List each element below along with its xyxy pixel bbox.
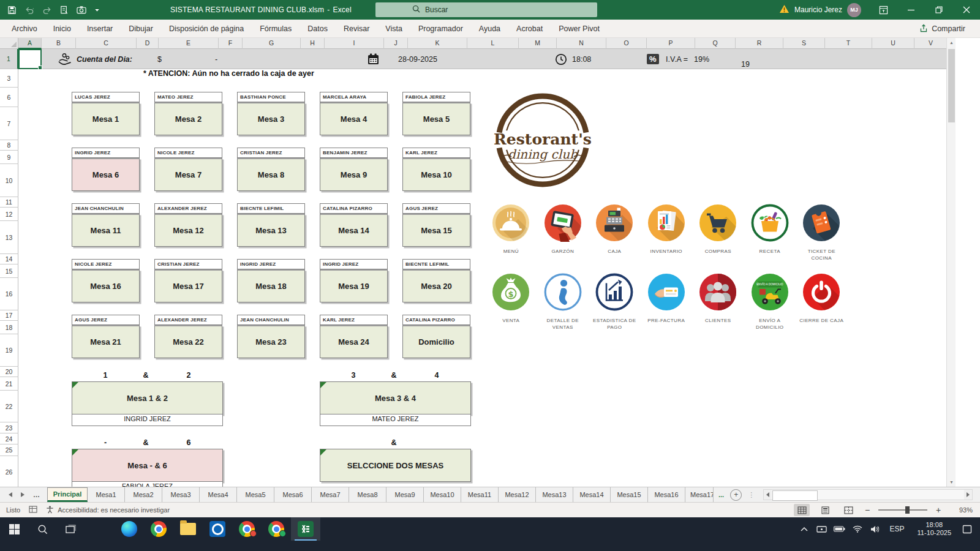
- excel-taskbar-icon[interactable]: [291, 517, 320, 541]
- mesa-button[interactable]: Mesa 7: [154, 158, 222, 191]
- combo-mesa-button[interactable]: Mesa 1 & 2: [72, 381, 223, 414]
- sheet-tab-mesa6[interactable]: Mesa6: [274, 487, 312, 502]
- chrome-app-icon-2[interactable]: [262, 517, 291, 541]
- mesa-button[interactable]: Domicilio: [402, 325, 470, 358]
- estadistica-pago-icon[interactable]: [595, 273, 633, 311]
- sheet-tab-mesa10[interactable]: Mesa10: [424, 487, 461, 502]
- column-header-O[interactable]: O: [606, 38, 647, 49]
- accessibility-status[interactable]: Accesibilidad: es necesario investigar: [46, 506, 170, 515]
- ribbon-tab-vista[interactable]: Vista: [377, 20, 410, 38]
- tabs-scroll-right-icon[interactable]: [21, 492, 24, 497]
- search-box[interactable]: Buscar: [375, 2, 597, 17]
- add-sheet-button[interactable]: +: [730, 489, 742, 501]
- column-header-S[interactable]: S: [783, 38, 825, 49]
- column-header-R[interactable]: R: [736, 38, 783, 49]
- row-header-17[interactable]: 17: [0, 310, 18, 321]
- module-caja[interactable]: CAJA: [589, 204, 641, 273]
- ribbon-tab-disposición-de-página[interactable]: Disposición de página: [161, 20, 252, 38]
- receta-icon[interactable]: [751, 204, 789, 242]
- mesa-button[interactable]: Mesa 11: [72, 214, 140, 247]
- column-header-V[interactable]: V: [914, 38, 948, 49]
- avatar[interactable]: MJ: [847, 3, 861, 17]
- compras-icon[interactable]: [699, 204, 737, 242]
- module-inventario[interactable]: INVENTARIO: [641, 204, 693, 273]
- sheet-tab-mesa11[interactable]: Mesa11: [461, 487, 499, 502]
- tabs-scroll-left-icon[interactable]: [9, 492, 12, 497]
- mesa-button[interactable]: Mesa 19: [320, 269, 388, 302]
- row-header-25[interactable]: 25: [0, 444, 18, 456]
- ribbon-tab-ayuda[interactable]: Ayuda: [471, 20, 508, 38]
- column-header-P[interactable]: P: [647, 38, 695, 49]
- taskbar-clock[interactable]: 18:08 11-10-2025: [913, 521, 956, 537]
- sheet-tab-mesa12[interactable]: Mesa12: [499, 487, 536, 502]
- mesa-button[interactable]: Mesa 10: [402, 158, 470, 191]
- column-header-C[interactable]: C: [76, 38, 137, 49]
- restore-button[interactable]: [925, 0, 952, 20]
- ribbon-tab-archivo[interactable]: Archivo: [4, 20, 45, 38]
- close-button[interactable]: [952, 0, 980, 20]
- qat-customize-icon[interactable]: [94, 7, 100, 12]
- row-header-20[interactable]: 20: [0, 367, 18, 377]
- vertical-scrollbar[interactable]: ▲ ▼: [946, 38, 956, 487]
- module-envio-domicilio[interactable]: ENVÍO A DOMICILIOENVÍO A DOMICILIO: [744, 273, 796, 342]
- row-header-26[interactable]: 26: [0, 456, 18, 489]
- mesa-button[interactable]: Mesa 15: [402, 214, 470, 247]
- share-button[interactable]: Compartir: [913, 21, 971, 36]
- sheet-tab-mesa13[interactable]: Mesa13: [536, 487, 573, 502]
- sheet-tab-principal[interactable]: Principal: [47, 487, 88, 502]
- sheet-tab-mesa4[interactable]: Mesa4: [200, 487, 237, 502]
- row-header-9[interactable]: 9: [0, 151, 18, 164]
- ribbon-display-options-icon[interactable]: [870, 0, 897, 20]
- wifi-icon[interactable]: [851, 517, 864, 541]
- module-venta[interactable]: $VENTA: [485, 273, 537, 342]
- detalle-ventas-icon[interactable]: [544, 273, 582, 311]
- zoom-slider[interactable]: [878, 509, 927, 511]
- battery-icon[interactable]: [833, 517, 846, 541]
- column-header-B[interactable]: B: [42, 38, 76, 49]
- ribbon-tab-dibujar[interactable]: Dibujar: [121, 20, 161, 38]
- language-indicator[interactable]: ESP: [886, 525, 908, 533]
- row-header-3[interactable]: 3: [0, 69, 18, 88]
- cast-icon[interactable]: [815, 517, 829, 541]
- page-layout-view-icon[interactable]: [817, 504, 833, 516]
- mesa-button[interactable]: Mesa 18: [237, 269, 305, 302]
- caja-icon[interactable]: [595, 204, 633, 242]
- sheet-tab-mesa15[interactable]: Mesa15: [611, 487, 648, 502]
- hscroll-right-icon[interactable]: [964, 490, 972, 500]
- column-header-F[interactable]: F: [219, 38, 243, 49]
- sheet-tab-mesa3[interactable]: Mesa3: [162, 487, 200, 502]
- selected-cell[interactable]: [18, 49, 42, 69]
- ribbon-tab-fórmulas[interactable]: Fórmulas: [252, 20, 300, 38]
- sheet-tab-mesa17[interactable]: Mesa17: [685, 487, 714, 502]
- edge-icon[interactable]: [115, 517, 144, 541]
- chrome-app-icon-1[interactable]: [232, 517, 262, 541]
- sheet-tab-mesa8[interactable]: Mesa8: [349, 487, 386, 502]
- row-header-11[interactable]: 11: [0, 197, 18, 208]
- ribbon-tab-inicio[interactable]: Inicio: [45, 20, 79, 38]
- taskbar-search-icon[interactable]: [28, 517, 56, 541]
- ribbon-tab-power-pivot[interactable]: Power Pivot: [551, 20, 608, 38]
- mesa-button[interactable]: Mesa 14: [320, 214, 388, 247]
- mesa-button[interactable]: Mesa 12: [154, 214, 222, 247]
- macro-record-icon[interactable]: [29, 506, 37, 514]
- column-header-K[interactable]: K: [408, 38, 467, 49]
- row-header-7[interactable]: 7: [0, 107, 18, 140]
- row-header-1[interactable]: 1: [0, 49, 18, 69]
- sheet-tab-mesa2[interactable]: Mesa2: [125, 487, 162, 502]
- mesa-button[interactable]: Mesa 24: [320, 325, 388, 358]
- save-icon[interactable]: [7, 6, 17, 15]
- envio-domicilio-icon[interactable]: ENVÍO A DOMICILIO: [751, 273, 789, 311]
- mesa-button[interactable]: Mesa 2: [154, 102, 222, 135]
- mesa-button[interactable]: Mesa 6: [72, 158, 140, 191]
- ribbon-tab-programador[interactable]: Programador: [410, 20, 471, 38]
- mesa-button[interactable]: Mesa 17: [154, 269, 222, 302]
- account-area[interactable]: Mauricio Jerez MJ: [779, 3, 861, 17]
- camera-icon[interactable]: [77, 6, 86, 14]
- mesa-button[interactable]: Mesa 20: [402, 269, 470, 302]
- column-header-Q[interactable]: Q: [695, 38, 736, 49]
- module-pre-factura[interactable]: PRE-FACTURA: [641, 273, 693, 342]
- column-header-L[interactable]: L: [467, 38, 519, 49]
- column-header-D[interactable]: D: [137, 38, 159, 49]
- undo-icon[interactable]: [24, 6, 34, 15]
- ribbon-tab-acrobat[interactable]: Acrobat: [508, 20, 551, 38]
